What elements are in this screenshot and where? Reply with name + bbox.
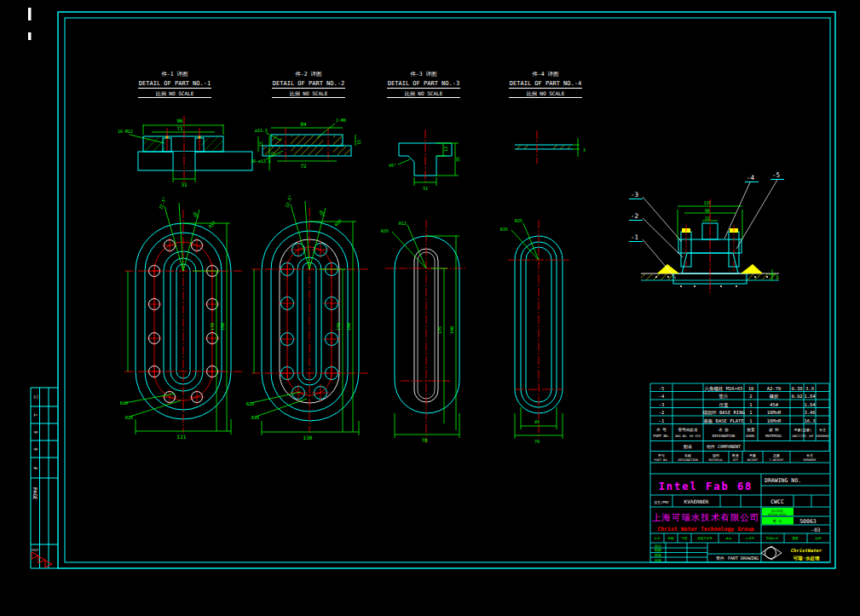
fold-mark — [28, 32, 32, 40]
part-label-1: -1 — [631, 233, 638, 241]
dim-31: 31 — [181, 181, 188, 187]
plate-2-view: 22.5° 45° R57 R28 R18 130 170 190 — [246, 194, 368, 440]
strip-header: 件号 PART NO. 名称 DESIGNATION 材料 MATERIAL 数… — [655, 453, 817, 463]
strip-6-en: REMARKS — [804, 458, 817, 462]
detail-1-title-zh: 件-1 详图 — [161, 71, 188, 78]
part-label-5: -5 — [772, 171, 780, 179]
drawing-type-en: PART DRAWING — [728, 556, 759, 561]
owner-label: 业主/PMC — [654, 500, 669, 504]
row5-name: 六角螺栓 M16×65 — [704, 386, 742, 392]
detail-2-title: 件-2 详图 DETAIL OF PART NO.-2 比例 NO SCALE — [272, 71, 345, 98]
row5-total: 3.8 — [805, 386, 814, 391]
rev-cell-4: 签名 — [726, 537, 732, 540]
detail-3-scale: 比例 NO SCALE — [405, 90, 443, 97]
dim-16-M12: 16-M12 — [118, 129, 133, 134]
row3-no: -3 — [659, 402, 665, 407]
row1-qty: 1 — [749, 418, 752, 423]
plate1-r-bl2: R18 — [125, 415, 133, 420]
hdr-qty-zh: 数量 — [747, 428, 756, 432]
strip-1-zh: 名称 — [684, 453, 691, 458]
drawing-number: 50063 — [799, 518, 817, 525]
part-label-3: -3 — [631, 191, 638, 199]
hdr-partno-zh: 件 号 — [655, 428, 667, 432]
hdr-partno-en: PART NO. — [653, 434, 669, 438]
plate4-r1: R25 — [515, 218, 522, 223]
owner-name: KVAERNER — [684, 498, 709, 504]
plate4-w2: 70 — [534, 439, 540, 444]
detail-4-title-en: DETAIL OF PART NO.-4 — [510, 80, 581, 87]
part-label-4: -4 — [747, 174, 755, 181]
plate3-v2: 190 — [449, 326, 454, 334]
plate1-v1: 170 — [210, 323, 215, 331]
strip-cell-3: 6 — [33, 430, 38, 433]
hdr-std-en: DWG NO. OR STD — [675, 435, 701, 438]
strip-6-zh: 备注 — [806, 453, 813, 458]
row2-total: 3.46 — [804, 410, 815, 415]
strip-5-zh: 总重 — [772, 453, 780, 458]
assembly-view: 135 96 31 3 -3 — [629, 171, 784, 294]
plate-1-view: 22.5° 45° R57 R28 R18 121 170 190 — [120, 196, 242, 440]
dwg-label: 图 号 — [773, 519, 782, 523]
detail-4-section: 3 — [515, 130, 586, 164]
row4-qty: 2 — [749, 394, 752, 399]
row3-qty: 1 — [749, 402, 752, 407]
dim-31b: 31 — [423, 186, 428, 191]
detail-4-title-zh: 件-4 详图 — [532, 71, 558, 78]
row5-no: -5 — [659, 386, 665, 391]
strip-0-en: PART NO. — [655, 458, 669, 462]
stage-cell-0: 阶段标记 — [766, 536, 779, 540]
plate2-angle1: 22.5° — [284, 194, 293, 208]
assembly-dim-3: 3 — [776, 274, 778, 279]
parts-header: 件 号 PART NO. 图号或标准 DWG NO. OR STD 名 称 DE… — [653, 428, 828, 438]
stage-cell-2: 比例 — [816, 537, 822, 540]
row1-no: -1 — [659, 418, 665, 423]
hdr-std-zh: 图号或标准 — [678, 428, 698, 433]
hdr-mat-en: MATERIAL — [765, 434, 782, 438]
dim-71: 71 — [176, 125, 183, 131]
strip-1-en: DESIGNATION — [678, 458, 697, 462]
plate2-v2: 190 — [346, 323, 351, 331]
contractor-name: CWCC — [771, 498, 784, 505]
strip-cell-2: T — [33, 413, 38, 417]
logo-diamond-icon — [761, 546, 782, 560]
strip-2-en: MATERIAL — [709, 458, 724, 462]
fold-mark — [28, 8, 32, 20]
strip-4-en: WEIGHT — [747, 458, 759, 462]
detail-3-title-zh: 件-3 详图 — [410, 71, 436, 78]
detail-3-section: 13 35 31 45° — [389, 130, 460, 191]
strip-2-zh: 材料 — [712, 453, 719, 458]
row2-qty: 1 — [749, 410, 752, 415]
plate1-angle1: 22.5° — [158, 196, 167, 210]
strip-cell-1: 三 — [33, 394, 38, 400]
row2-mat: 16MnR — [767, 410, 782, 415]
plate2-r-bl1: R28 — [246, 401, 254, 406]
detail-1-section: 96 71 16-M12 31 15 72 — [118, 116, 275, 187]
logo-text-1: ChristWater — [791, 548, 822, 553]
detail-2-title-zh: 件-2 详图 — [295, 71, 321, 78]
row2-no: -2 — [659, 410, 665, 415]
logo-circle-icon — [765, 548, 776, 559]
row3-total: 1.84 — [804, 402, 816, 407]
rev-cell-2: 分区 — [682, 537, 689, 540]
sign-approved: 审定 — [655, 558, 661, 562]
plate2-width: 130 — [303, 435, 313, 440]
logo-text-2: 可瑞·水处理 — [794, 556, 820, 561]
plate2-v1: 170 — [336, 323, 341, 331]
detail-2-scale: 比例 NO SCALE — [290, 90, 328, 97]
dim-15b: 15 — [356, 140, 361, 145]
plate1-r-top: R57 — [207, 220, 216, 229]
detail-4-title: 件-4 详图 DETAIL OF PART NO.-4 比例 NO SCALE — [509, 71, 582, 98]
plate3-width: 70 — [421, 437, 428, 443]
plate4-r2: R35 — [500, 227, 508, 232]
row4-unit: 0.92 — [791, 394, 802, 399]
phase-en: DESIGN PHASE — [768, 513, 787, 516]
hdr-mat-zh: 材 料 — [768, 428, 779, 433]
strip-cell-4: 6 — [33, 447, 38, 450]
revision-triangle — [32, 552, 38, 559]
strip-0-zh: 件号 — [658, 453, 665, 458]
plate1-v2: 190 — [220, 323, 225, 331]
detail-3-title: 件-3 详图 DETAIL OF PART NO.-3 比例 NO SCALE — [387, 71, 460, 98]
plate4-w1: 45 — [534, 419, 540, 424]
hdr-wt-en: UNIT(TOT.)WT — [792, 435, 814, 438]
strip-cell-5: F — [33, 466, 38, 469]
